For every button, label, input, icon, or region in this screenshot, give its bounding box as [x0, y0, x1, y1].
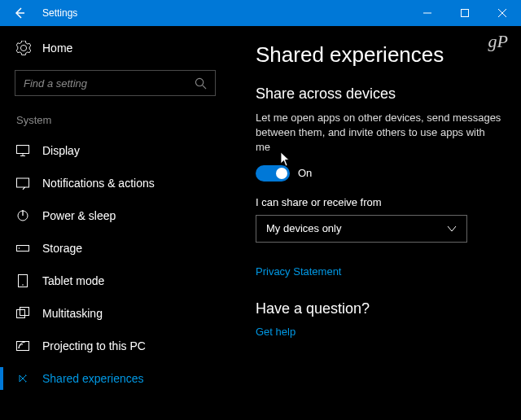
svg-rect-7	[17, 146, 29, 154]
share-from-dropdown[interactable]: My devices only	[256, 215, 467, 243]
multitasking-icon	[16, 307, 29, 320]
sidebar-item-tablet[interactable]: Tablet mode	[15, 265, 221, 297]
sidebar-item-label: Storage	[42, 242, 82, 255]
svg-point-5	[195, 78, 203, 85]
minimize-icon	[423, 9, 431, 17]
display-icon	[16, 144, 29, 157]
share-description: Let me open apps on other devices, send …	[256, 111, 501, 155]
svg-point-14	[19, 247, 20, 249]
window-title: Settings	[39, 7, 409, 19]
sidebar-item-storage[interactable]: Storage	[15, 232, 221, 265]
maximize-icon	[461, 9, 469, 17]
svg-rect-10	[17, 178, 29, 187]
minimize-button[interactable]	[409, 0, 446, 26]
svg-line-6	[203, 85, 206, 88]
storage-icon	[16, 242, 29, 255]
sidebar-item-label: Display	[42, 144, 80, 157]
search-box[interactable]	[15, 70, 216, 96]
dropdown-value: My devices only	[266, 222, 341, 234]
svg-rect-17	[17, 310, 25, 318]
sidebar-item-projecting[interactable]: Projecting to this PC	[15, 330, 221, 362]
projecting-icon	[16, 339, 29, 352]
close-icon	[498, 9, 506, 17]
question-title: Have a question?	[256, 300, 501, 317]
back-arrow-icon	[13, 7, 26, 20]
sidebar-item-label: Shared experiences	[42, 372, 144, 385]
window-controls	[409, 0, 521, 26]
share-from-label: I can share or receive from	[256, 196, 501, 208]
home-nav[interactable]: Home	[15, 37, 221, 59]
privacy-link[interactable]: Privacy Statement	[256, 265, 501, 278]
sidebar-item-display[interactable]: Display	[15, 134, 221, 167]
sidebar-item-shared-experiences[interactable]: Shared experiences	[15, 362, 221, 395]
shared-experiences-icon	[16, 372, 29, 385]
gear-icon	[16, 41, 31, 55]
main-panel: Shared experiences Share across devices …	[236, 26, 521, 420]
search-input[interactable]	[24, 77, 195, 90]
sidebar-item-multitasking[interactable]: Multitasking	[15, 297, 221, 330]
section-title-share: Share across devices	[256, 85, 501, 103]
share-toggle[interactable]	[256, 165, 290, 182]
maximize-button[interactable]	[446, 0, 484, 26]
group-header-system: System	[15, 114, 221, 126]
svg-rect-2	[462, 10, 469, 17]
search-icon	[195, 77, 207, 90]
svg-rect-19	[17, 342, 29, 351]
sidebar-item-notifications[interactable]: Notifications & actions	[15, 167, 221, 199]
sidebar-item-power[interactable]: Power & sleep	[15, 199, 221, 232]
tablet-icon	[16, 274, 29, 287]
sidebar: Home System Display Notifications & acti…	[0, 26, 236, 420]
sidebar-item-label: Multitasking	[42, 307, 103, 320]
sidebar-item-label: Tablet mode	[42, 274, 104, 287]
share-toggle-row: On	[256, 165, 501, 182]
sidebar-item-label: Projecting to this PC	[42, 339, 146, 352]
help-link[interactable]: Get help	[256, 326, 501, 338]
chevron-down-icon	[447, 224, 457, 234]
notifications-icon	[16, 177, 29, 190]
back-button[interactable]	[0, 0, 39, 26]
svg-point-16	[22, 284, 24, 286]
close-button[interactable]	[484, 0, 521, 26]
power-icon	[16, 209, 29, 222]
home-label: Home	[42, 42, 72, 55]
titlebar: Settings	[0, 0, 521, 26]
share-toggle-label: On	[298, 167, 312, 179]
watermark: gP	[488, 31, 508, 52]
sidebar-item-label: Power & sleep	[42, 209, 116, 222]
sidebar-item-label: Notifications & actions	[42, 177, 155, 190]
page-title: Shared experiences	[256, 42, 501, 68]
